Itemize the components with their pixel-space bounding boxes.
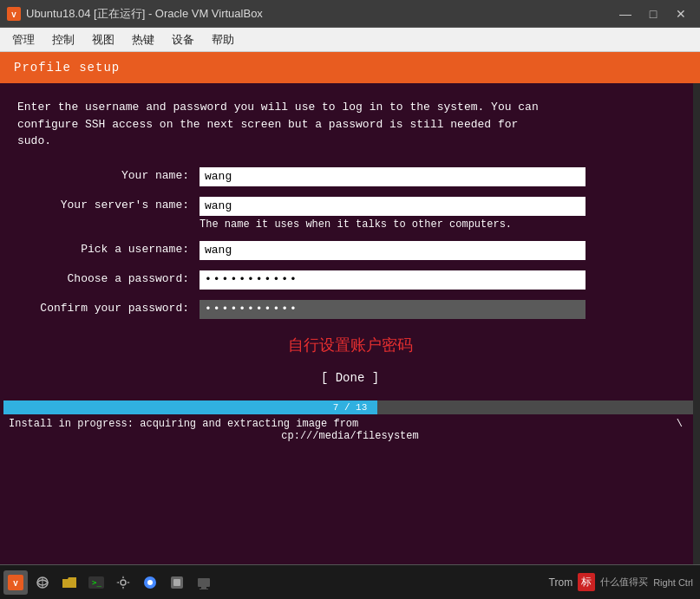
taskbar-right: Trom 标 什么值得买 Right Ctrl: [549, 573, 697, 591]
password-input[interactable]: [200, 270, 586, 290]
taskbar-settings-icon[interactable]: [111, 570, 135, 595]
menu-devices[interactable]: 设备: [163, 29, 203, 51]
right-scrollbar[interactable]: [693, 83, 700, 569]
progress-bar-container: 7 / 13: [3, 400, 697, 414]
svg-rect-15: [200, 589, 208, 589]
chinese-extra-text: 什么值得买: [600, 576, 648, 589]
maximize-button[interactable]: □: [641, 4, 665, 23]
menubar: 管理 控制 视图 热键 设备 帮助: [0, 28, 700, 52]
done-section: [ Done ]: [17, 371, 683, 385]
username-input[interactable]: [200, 241, 586, 260]
taskbar-folder-icon[interactable]: [57, 570, 82, 595]
svg-point-10: [147, 580, 153, 585]
description-text: Enter the username and password you will…: [17, 99, 590, 150]
taskbar-terminal-icon[interactable]: >_: [84, 570, 108, 595]
server-name-label: Your server's name:: [17, 197, 200, 212]
progress-text: 7 / 13: [3, 400, 697, 414]
right-ctrl-label: Right Ctrl: [653, 577, 697, 588]
svg-text:V: V: [11, 11, 16, 20]
menu-hotkey[interactable]: 热键: [123, 29, 163, 51]
profile-header-text: Profile setup: [14, 61, 120, 75]
app-icon: V: [7, 7, 21, 21]
confirm-password-label: Confirm your password:: [17, 300, 200, 315]
window-controls: — □ ✕: [613, 4, 693, 23]
taskbar-extra-icon1[interactable]: [165, 570, 189, 595]
main-content: Enter the username and password you will…: [0, 83, 700, 400]
username-label: Pick a username:: [17, 241, 200, 256]
your-name-wrapper: [200, 167, 683, 186]
server-name-row: Your server's name: The name it uses whe…: [17, 197, 683, 231]
your-name-input[interactable]: [200, 167, 586, 186]
svg-rect-12: [173, 579, 180, 586]
taskbar-extra-icon2[interactable]: [192, 570, 216, 595]
your-name-row: Your name:: [17, 167, 683, 186]
svg-rect-14: [201, 587, 206, 589]
svg-text:V: V: [13, 580, 18, 589]
backslash-indicator: \: [677, 418, 683, 430]
close-button[interactable]: ✕: [669, 4, 693, 23]
profile-header: Profile setup: [0, 52, 700, 83]
install-progress-area: Install in progress: acquiring and extra…: [0, 414, 700, 446]
minimize-button[interactable]: —: [613, 4, 638, 23]
trom-label: Trom: [549, 576, 573, 589]
your-name-label: Your name:: [17, 167, 200, 182]
username-row: Pick a username:: [17, 241, 683, 260]
progress-section: 7 / 13: [0, 400, 700, 414]
svg-point-8: [121, 580, 126, 585]
menu-control[interactable]: 控制: [43, 29, 83, 51]
svg-text:>_: >_: [92, 578, 101, 587]
chinese-input-indicator[interactable]: 标: [578, 573, 595, 591]
install-line1: Install in progress: acquiring and extra…: [9, 418, 691, 430]
done-button[interactable]: [ Done ]: [321, 371, 379, 385]
confirm-password-row: Confirm your password:: [17, 300, 683, 319]
taskbar-network-icon[interactable]: [30, 570, 55, 595]
taskbar-vbox-icon[interactable]: V: [3, 570, 28, 595]
chinese-annotation: 自行设置账户密码: [17, 335, 683, 355]
menu-view[interactable]: 视图: [83, 29, 123, 51]
confirm-password-wrapper: [200, 300, 683, 319]
password-wrapper: [200, 270, 683, 290]
confirm-password-input[interactable]: [200, 300, 586, 319]
username-wrapper: [200, 241, 683, 260]
install-line2: cp:///media/filesystem: [9, 430, 691, 442]
taskbar-icons: V >_: [3, 570, 549, 595]
menu-help[interactable]: 帮助: [203, 29, 243, 51]
svg-rect-13: [198, 578, 210, 587]
password-row: Choose a password:: [17, 270, 683, 290]
window-titlebar: V Ubuntu18.04 [正在运行] - Oracle VM Virtual…: [0, 0, 700, 28]
vm-screen: Profile setup Enter the username and pas…: [0, 52, 700, 599]
server-name-wrapper: The name it uses when it talks to other …: [200, 197, 683, 231]
menu-manage[interactable]: 管理: [3, 29, 43, 51]
window-title: Ubuntu18.04 [正在运行] - Oracle VM VirtualBo…: [26, 6, 613, 22]
taskbar-chrome-icon[interactable]: [138, 570, 162, 595]
password-label: Choose a password:: [17, 270, 200, 285]
server-name-hint: The name it uses when it talks to other …: [200, 218, 683, 231]
taskbar: V >_ Trom: [0, 564, 700, 599]
server-name-input[interactable]: [200, 197, 586, 216]
